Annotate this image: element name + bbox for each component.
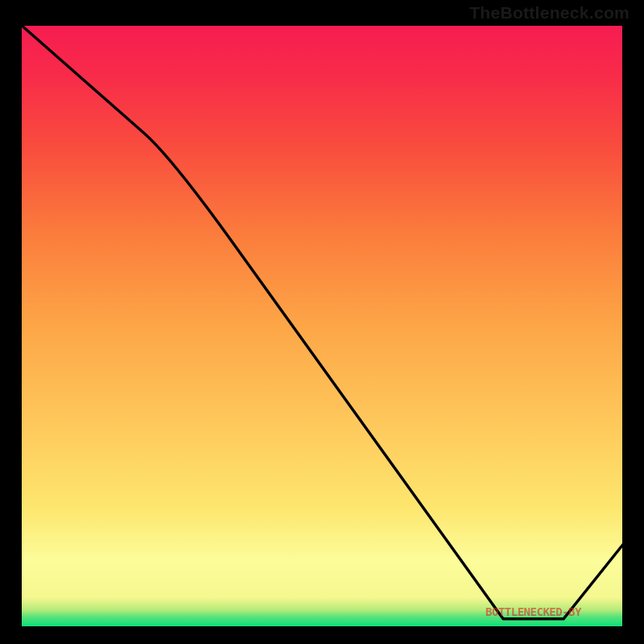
chart-svg: BOTTLENECKED-BY [0, 0, 644, 644]
chart-stage: TheBottleneck.com BOTTLENECKED-BY [0, 0, 644, 644]
watermark-text: BOTTLENECKED-BY [485, 605, 582, 618]
plot-background [20, 24, 624, 628]
